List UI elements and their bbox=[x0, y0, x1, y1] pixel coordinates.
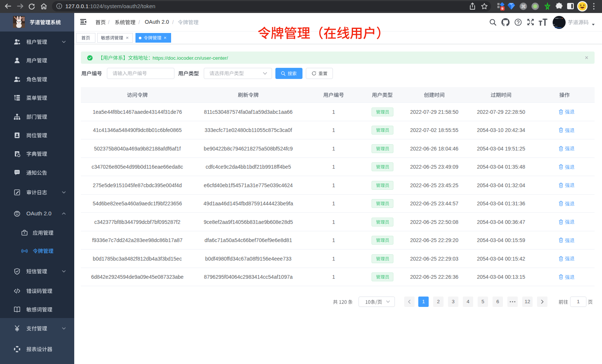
svg-text:9: 9 bbox=[501, 6, 503, 10]
svg-text:⌘: ⌘ bbox=[521, 4, 526, 9]
